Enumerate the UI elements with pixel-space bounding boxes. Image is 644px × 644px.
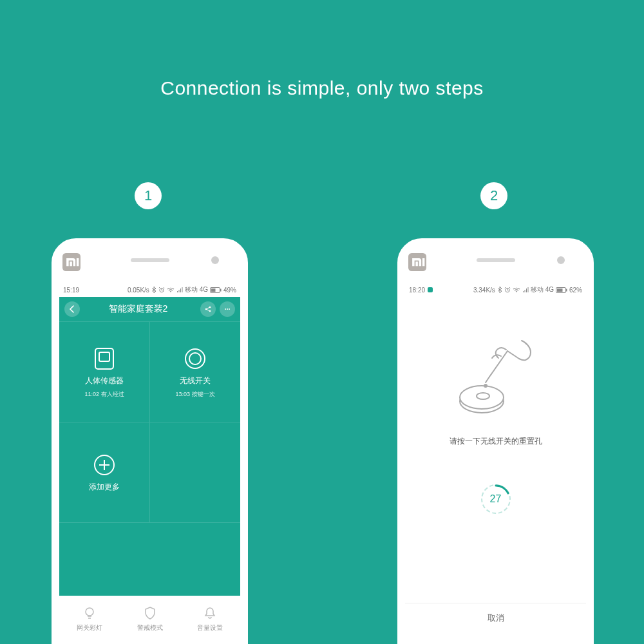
phone-frame-2: 18:20 3.34K/s 移动 4G 62% xyxy=(397,238,594,644)
battery-icon xyxy=(556,287,567,293)
cancel-button[interactable]: 取消 xyxy=(405,603,586,642)
svg-point-8 xyxy=(225,308,226,310)
svg-rect-12 xyxy=(99,352,109,361)
svg-point-10 xyxy=(229,308,230,310)
svg-rect-4 xyxy=(220,289,222,291)
tile-sublabel: 13:03 按键一次 xyxy=(175,390,214,399)
countdown-timer: 27 xyxy=(481,484,511,514)
app-title: 智能家庭套装2 xyxy=(80,303,196,315)
mi-logo-icon xyxy=(408,253,426,271)
svg-rect-21 xyxy=(566,289,567,291)
svg-point-25 xyxy=(484,384,487,387)
screen-2: 18:20 3.34K/s 移动 4G 62% xyxy=(405,283,586,642)
battery-pct: 49% xyxy=(223,287,236,294)
signal-icon xyxy=(176,287,183,293)
svg-rect-11 xyxy=(95,348,113,369)
status-bar: 15:19 0.05K/s 移动 4G 49% xyxy=(59,283,240,297)
speaker-grille xyxy=(131,258,169,262)
bottom-label: 网关彩灯 xyxy=(77,623,102,632)
svg-point-23 xyxy=(460,386,504,409)
bell-icon xyxy=(202,605,218,621)
wifi-icon xyxy=(167,287,175,293)
tile-body-sensor[interactable]: 人体传感器 11:02 有人经过 xyxy=(59,322,149,422)
tile-empty xyxy=(150,422,240,522)
alarm-icon xyxy=(158,287,165,293)
step-badge-2: 2 xyxy=(480,182,507,209)
reset-illustration xyxy=(444,334,547,424)
status-time: 15:19 xyxy=(63,287,79,294)
front-camera xyxy=(557,256,565,264)
countdown-value: 27 xyxy=(481,484,511,514)
phone-bezel-top xyxy=(399,240,592,283)
svg-point-16 xyxy=(86,608,93,616)
tile-label: 无线开关 xyxy=(180,375,211,386)
tile-label: 添加更多 xyxy=(89,482,120,493)
svg-rect-3 xyxy=(211,289,216,292)
tile-label: 人体传感器 xyxy=(85,375,124,386)
status-time: 18:20 xyxy=(409,287,425,294)
battery-icon xyxy=(210,287,222,293)
screen-1: 15:19 0.05K/s 移动 4G 49% 智能家庭套装2 xyxy=(59,283,240,642)
svg-point-9 xyxy=(227,308,228,310)
phone-frame-1: 15:19 0.05K/s 移动 4G 49% 智能家庭套装2 xyxy=(52,238,248,644)
more-button[interactable] xyxy=(220,301,235,317)
svg-point-13 xyxy=(185,349,205,368)
status-bar: 18:20 3.34K/s 移动 4G 62% xyxy=(405,283,586,297)
wifi-icon xyxy=(513,287,520,293)
tile-wireless-switch[interactable]: 无线开关 13:03 按键一次 xyxy=(150,322,240,422)
sensor-icon xyxy=(91,346,117,372)
alarm-icon xyxy=(504,287,511,293)
svg-rect-20 xyxy=(557,289,563,292)
front-camera xyxy=(211,256,219,264)
speaker-grille xyxy=(477,258,515,262)
shield-icon xyxy=(142,605,158,621)
device-grid: 人体传感器 11:02 有人经过 无线开关 13:03 按键一次 添加更多 xyxy=(59,321,240,523)
bluetooth-icon xyxy=(497,287,502,293)
battery-pct: 62% xyxy=(569,287,582,294)
bluetooth-icon xyxy=(151,287,156,293)
switch-icon xyxy=(182,346,208,372)
signal-icon xyxy=(522,287,529,293)
bottom-bar: 网关彩灯 警戒模式 音量设置 xyxy=(59,596,240,642)
svg-point-14 xyxy=(189,353,201,365)
network-label: 移动 4G xyxy=(185,285,208,294)
share-button[interactable] xyxy=(200,301,216,317)
plus-icon xyxy=(91,452,117,478)
bulb-icon xyxy=(82,605,97,621)
network-label: 移动 4G xyxy=(531,285,554,294)
app-titlebar: 智能家庭套装2 xyxy=(59,297,240,321)
instruction-text: 请按一下无线开关的重置孔 xyxy=(450,436,542,447)
status-app-icon xyxy=(428,287,433,292)
bottom-item-volume[interactable]: 音量设置 xyxy=(180,596,240,642)
bottom-item-alert[interactable]: 警戒模式 xyxy=(120,596,180,642)
phone-bezel-top xyxy=(53,240,246,283)
headline: Connection is simple, only two steps xyxy=(0,77,644,99)
mi-logo-icon xyxy=(62,253,80,271)
tile-add-more[interactable]: 添加更多 xyxy=(59,422,149,522)
back-button[interactable] xyxy=(64,301,80,317)
bottom-label: 音量设置 xyxy=(197,623,223,632)
status-net-speed: 0.05K/s xyxy=(128,287,149,294)
tile-sublabel: 11:02 有人经过 xyxy=(84,390,124,399)
status-net-speed: 3.34K/s xyxy=(473,287,495,294)
bottom-item-light[interactable]: 网关彩灯 xyxy=(59,596,120,642)
step-badge-1: 1 xyxy=(135,182,162,209)
bottom-label: 警戒模式 xyxy=(137,623,163,632)
